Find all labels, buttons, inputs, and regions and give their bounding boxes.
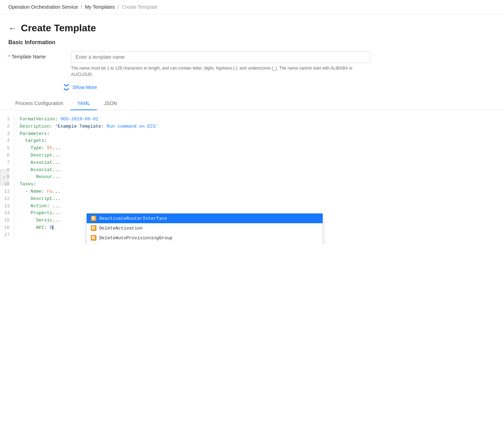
tab-json-label: JSON <box>104 100 117 106</box>
template-name-input[interactable] <box>71 51 370 63</box>
show-more-button[interactable]: ❯❯ Show More <box>0 80 97 97</box>
autocomplete-dropdown: DeactivateRouterInterface DeleteActivati… <box>86 213 323 244</box>
code-line-9: Resour... <box>20 174 504 181</box>
template-name-row: * Template Name The name must be 1 to 12… <box>8 51 496 78</box>
required-star: * <box>8 54 10 59</box>
tab-yaml-label: YAML <box>77 100 90 106</box>
page-title: Create Template <box>21 23 96 34</box>
tab-json[interactable]: JSON <box>97 97 124 110</box>
code-line-4: targets: <box>20 137 504 145</box>
autocomplete-item-2[interactable]: DeleteAutoProvisioningGroup <box>87 233 323 243</box>
autocomplete-label-0: DeactivateRouterInterface <box>99 216 167 221</box>
code-line-7: Associat... <box>20 159 504 167</box>
breadcrumb-my-templates-link[interactable]: My Templates <box>85 4 115 10</box>
breadcrumb: Operation Orchestration Service / My Tem… <box>0 0 504 14</box>
form-section: * Template Name The name must be 1 to 12… <box>0 51 504 78</box>
template-name-wrapper: The name must be 1 to 128 characters in … <box>71 51 496 78</box>
chevron-down-icon: ❯❯ <box>64 83 70 91</box>
snippet-icon-1 <box>91 225 96 231</box>
code-line-11: - Name: ru... <box>20 188 504 195</box>
autocomplete-label-1: DeleteActivation <box>99 226 143 231</box>
code-line-8: Associat... <box>20 167 504 174</box>
label-text: Template Name <box>11 54 46 59</box>
back-button[interactable]: ← <box>8 23 17 33</box>
code-line-10: Tasks: <box>20 181 504 188</box>
template-name-label: * Template Name <box>8 51 71 59</box>
autocomplete-label-2: DeleteAutoProvisioningGroup <box>99 235 173 241</box>
line-numbers: 1 2 3 4 5 6 7 8 9 10 11 12 13 14 15 16 1… <box>0 116 14 239</box>
page-header: ← Create Template <box>0 14 504 39</box>
tab-yaml[interactable]: YAML <box>70 97 97 110</box>
code-line-5: Type: St... <box>20 145 504 152</box>
autocomplete-item-1[interactable]: DeleteActivation <box>87 223 323 233</box>
code-line-2: Description: 'Example Template: Run comm… <box>20 123 504 130</box>
code-line-3: Parameters: <box>20 130 504 138</box>
autocomplete-item-3[interactable]: DeleteAutoSnapshotPolicy <box>87 243 323 244</box>
autocomplete-item-0[interactable]: DeactivateRouterInterface <box>87 214 323 223</box>
code-line-12: Descript... <box>20 195 504 203</box>
tab-process-config-label: Process Configuration <box>15 100 63 106</box>
editor-wrapper: ‹ 1 2 3 4 5 6 7 8 9 10 11 12 13 14 15 16… <box>0 110 504 244</box>
code-line-6: Descript... <box>20 152 504 159</box>
breadcrumb-current: Create Template <box>122 4 157 10</box>
show-more-label: Show More <box>72 84 97 90</box>
breadcrumb-sep2: / <box>118 4 119 10</box>
template-name-hint: The name must be 1 to 128 characters in … <box>71 65 370 78</box>
snippet-icon-0 <box>91 216 96 221</box>
tabs-container: Process Configuration YAML JSON <box>0 97 504 110</box>
section-title: Basic Information <box>0 39 504 51</box>
tab-process-config[interactable]: Process Configuration <box>8 97 70 110</box>
snippet-icon-2 <box>91 235 96 241</box>
code-line-1: FormatVersion: OOS-2019-06-01 <box>20 116 504 123</box>
breadcrumb-service-link[interactable]: Operation Orchestration Service <box>8 4 78 10</box>
code-line-13: Action: ... <box>20 203 504 210</box>
breadcrumb-sep1: / <box>81 4 82 10</box>
